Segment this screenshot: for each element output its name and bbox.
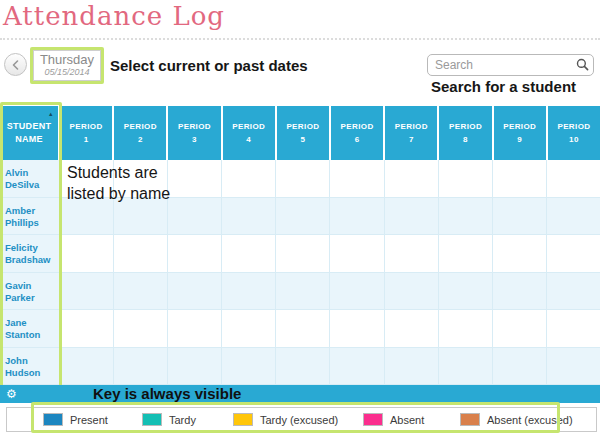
attendance-cell[interactable] — [168, 160, 222, 198]
attendance-cell[interactable] — [114, 310, 168, 348]
period-column-header[interactable]: PERIOD10 — [548, 106, 600, 160]
student-last-name: Phillips — [5, 217, 59, 229]
student-last-name: DeSilva — [5, 179, 59, 191]
attendance-cell[interactable] — [168, 235, 222, 273]
attendance-cell[interactable] — [330, 235, 384, 273]
period-column-header[interactable]: PERIOD7 — [385, 106, 439, 160]
period-header-number: 9 — [517, 133, 522, 146]
attendance-cell[interactable] — [114, 235, 168, 273]
attendance-cell[interactable] — [547, 348, 600, 386]
key-bar: ⚙ Key is always visible — [0, 385, 600, 403]
attendance-cell[interactable] — [276, 348, 330, 386]
attendance-cell[interactable] — [330, 160, 384, 198]
attendance-cell[interactable] — [168, 273, 222, 311]
attendance-cell[interactable] — [385, 160, 439, 198]
student-first-name: Jane — [5, 317, 59, 329]
attendance-cell[interactable] — [547, 198, 600, 236]
date-picker[interactable]: Thursday 05/15/2014 — [33, 50, 101, 81]
table-row: JohnHudson — [0, 348, 600, 386]
attendance-cell[interactable] — [385, 348, 439, 386]
legend-item: Tardy — [142, 408, 196, 431]
period-column-header[interactable]: PERIOD1 — [60, 106, 114, 160]
legend-item: Absent (excused) — [460, 408, 573, 431]
period-header-number: 4 — [246, 133, 251, 146]
period-column-header[interactable]: PERIOD8 — [439, 106, 493, 160]
legend-label: Tardy — [169, 414, 196, 426]
period-column-header[interactable]: PERIOD6 — [331, 106, 385, 160]
table-row: GavinParker — [0, 273, 600, 311]
previous-day-button[interactable] — [4, 53, 27, 76]
attendance-cell[interactable] — [60, 310, 114, 348]
student-last-name: Hudson — [5, 367, 59, 379]
attendance-cell[interactable] — [60, 348, 114, 386]
period-header-number: 10 — [569, 133, 579, 146]
attendance-cell[interactable] — [222, 310, 276, 348]
gear-icon[interactable]: ⚙ — [6, 387, 17, 401]
period-header-word: PERIOD — [395, 120, 428, 133]
period-column-header[interactable]: PERIOD4 — [223, 106, 277, 160]
attendance-cell[interactable] — [222, 273, 276, 311]
attendance-cell[interactable] — [547, 160, 600, 198]
attendance-cell[interactable] — [439, 198, 493, 236]
attendance-cell[interactable] — [168, 198, 222, 236]
student-first-name: Gavin — [5, 280, 59, 292]
period-column-header[interactable]: PERIOD5 — [277, 106, 331, 160]
attendance-cell[interactable] — [439, 273, 493, 311]
attendance-cell[interactable] — [330, 198, 384, 236]
attendance-cell[interactable] — [114, 273, 168, 311]
attendance-cell[interactable] — [547, 273, 600, 311]
key-annotation-note: Key is always visible — [93, 385, 241, 403]
attendance-cell[interactable] — [330, 273, 384, 311]
period-column-header[interactable]: PERIOD9 — [494, 106, 548, 160]
attendance-cell[interactable] — [385, 235, 439, 273]
period-header-number: 8 — [463, 133, 468, 146]
attendance-cell[interactable] — [439, 235, 493, 273]
attendance-cell[interactable] — [276, 198, 330, 236]
attendance-cell[interactable] — [493, 273, 547, 311]
attendance-cell[interactable] — [222, 348, 276, 386]
attendance-cell[interactable] — [493, 348, 547, 386]
attendance-cell[interactable] — [493, 310, 547, 348]
period-header-number: 7 — [409, 133, 414, 146]
attendance-cell[interactable] — [439, 310, 493, 348]
attendance-cell[interactable] — [60, 273, 114, 311]
attendance-cell[interactable] — [168, 348, 222, 386]
attendance-cell[interactable] — [276, 235, 330, 273]
attendance-cell[interactable] — [547, 310, 600, 348]
student-last-name: Parker — [5, 292, 59, 304]
search-input[interactable] — [427, 54, 594, 76]
attendance-cell[interactable] — [330, 310, 384, 348]
attendance-cell[interactable] — [385, 198, 439, 236]
legend-label: Absent (excused) — [487, 414, 573, 426]
date-day-label: Thursday — [34, 52, 100, 67]
attendance-cell[interactable] — [439, 160, 493, 198]
attendance-cell[interactable] — [222, 235, 276, 273]
student-name-cell: GavinParker — [0, 273, 60, 311]
attendance-cell[interactable] — [222, 198, 276, 236]
attendance-cell[interactable] — [114, 348, 168, 386]
student-name-cell: JaneStanton — [0, 310, 60, 348]
attendance-cell[interactable] — [385, 310, 439, 348]
attendance-cell[interactable] — [547, 235, 600, 273]
attendance-cell[interactable] — [385, 273, 439, 311]
attendance-cell[interactable] — [276, 273, 330, 311]
attendance-cell[interactable] — [276, 310, 330, 348]
attendance-cell[interactable] — [330, 348, 384, 386]
attendance-cell[interactable] — [439, 348, 493, 386]
period-column-header[interactable]: PERIOD2 — [114, 106, 168, 160]
attendance-cell[interactable] — [493, 198, 547, 236]
period-column-header[interactable]: PERIOD3 — [168, 106, 222, 160]
attendance-cell[interactable] — [222, 160, 276, 198]
legend-color-swatch — [43, 413, 63, 426]
title-divider — [0, 38, 600, 40]
attendance-cell[interactable] — [168, 310, 222, 348]
student-name-column-header[interactable]: ▲ STUDENT NAME — [0, 106, 60, 160]
table-row: JaneStanton — [0, 310, 600, 348]
attendance-cell[interactable] — [493, 160, 547, 198]
chevron-left-icon — [10, 59, 22, 71]
period-header-number: 5 — [300, 133, 305, 146]
attendance-cell[interactable] — [493, 235, 547, 273]
attendance-cell[interactable] — [276, 160, 330, 198]
period-header-number: 2 — [138, 133, 143, 146]
attendance-cell[interactable] — [60, 235, 114, 273]
